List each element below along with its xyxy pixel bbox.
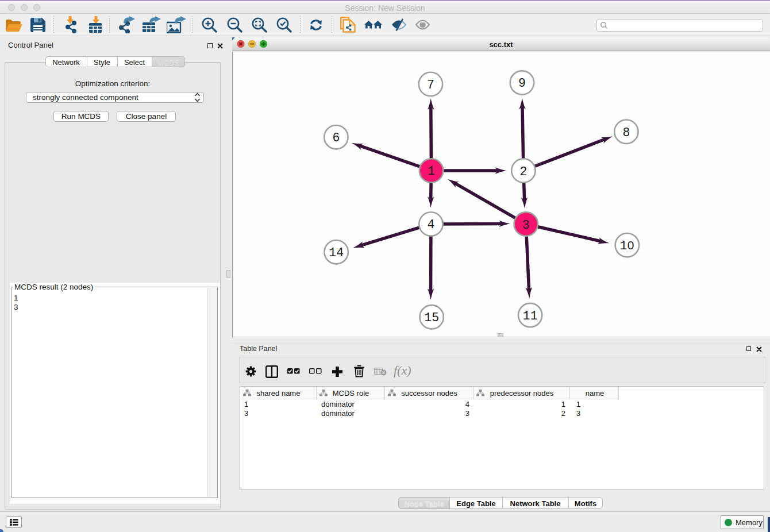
svg-text:0: 0 [627, 238, 634, 252]
svg-text:8: 8 [622, 126, 630, 140]
svg-text:7: 7 [427, 78, 434, 92]
svg-text:11: 11 [523, 309, 538, 323]
svg-text:14: 14 [329, 246, 344, 260]
svg-text:1: 1 [428, 164, 435, 178]
svg-text:15: 15 [424, 311, 439, 325]
svg-text:1: 1 [620, 239, 627, 253]
svg-text:2: 2 [519, 165, 527, 179]
svg-text:9: 9 [518, 76, 526, 90]
svg-text:4: 4 [428, 218, 435, 232]
svg-text:3: 3 [522, 218, 530, 232]
svg-text:6: 6 [332, 131, 340, 145]
